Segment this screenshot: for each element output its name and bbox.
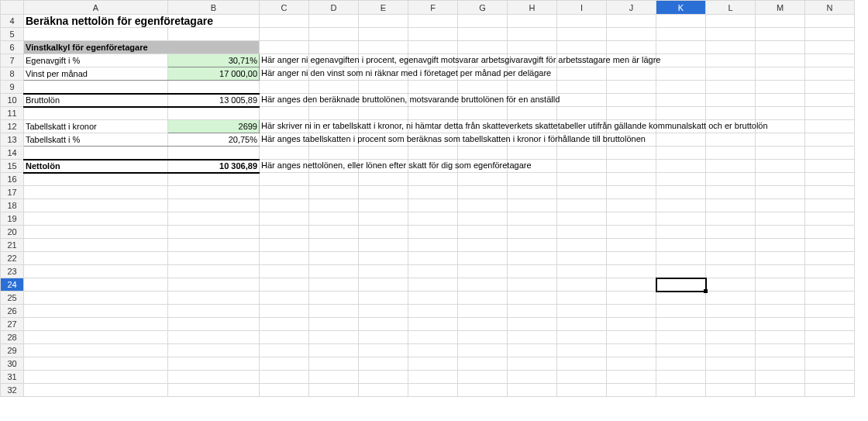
- row-6[interactable]: 6 Vinstkalkyl för egenföretagare: [1, 41, 855, 54]
- row-header-8[interactable]: 8: [1, 67, 24, 81]
- cell-B13[interactable]: 20,75%: [168, 133, 260, 147]
- cell-C12[interactable]: Här skriver ni in er tabellskatt i krono…: [260, 120, 309, 133]
- row-header-32[interactable]: 32: [1, 384, 24, 397]
- row-header-17[interactable]: 17: [1, 186, 24, 199]
- row-header-14[interactable]: 14: [1, 147, 24, 160]
- row-header-12[interactable]: 12: [1, 120, 24, 133]
- row-header-6[interactable]: 6: [1, 41, 24, 54]
- col-header-D[interactable]: D: [309, 1, 359, 15]
- cell-A13[interactable]: Tabellskatt i %: [24, 133, 168, 147]
- cell-C8[interactable]: Här anger ni den vinst som ni räknar med…: [260, 67, 309, 81]
- row-header-27[interactable]: 27: [1, 318, 24, 331]
- row-header-4[interactable]: 4: [1, 15, 24, 28]
- row-8[interactable]: 8 Vinst per månad 17 000,00 Här anger ni…: [1, 67, 855, 81]
- cell-B10[interactable]: 13 005,89: [168, 94, 260, 107]
- cell-A15[interactable]: Nettolön: [24, 160, 168, 173]
- cell-B8[interactable]: 17 000,00: [168, 67, 260, 81]
- row-header-21[interactable]: 21: [1, 239, 24, 252]
- row-header-25[interactable]: 25: [1, 292, 24, 305]
- row-header-20[interactable]: 20: [1, 226, 24, 239]
- row-4[interactable]: 4 Beräkna nettolön för egenföretagare: [1, 15, 855, 28]
- cell-A4-title[interactable]: Beräkna nettolön för egenföretagare: [24, 15, 260, 28]
- row-header-11[interactable]: 11: [1, 107, 24, 120]
- col-header-M[interactable]: M: [756, 1, 805, 15]
- cell-C7[interactable]: Här anger ni egenavgiften i procent, ege…: [260, 54, 309, 67]
- row-header-19[interactable]: 19: [1, 212, 24, 226]
- corner-cell[interactable]: [1, 1, 24, 15]
- cell-B15[interactable]: 10 306,89: [168, 160, 260, 173]
- row-header-16[interactable]: 16: [1, 173, 24, 186]
- row-header-13[interactable]: 13: [1, 133, 24, 147]
- row-header-18[interactable]: 18: [1, 199, 24, 212]
- cell-A6-section[interactable]: Vinstkalkyl för egenföretagare: [24, 41, 260, 54]
- column-header-row: A B C D E F G H I J K L M N: [1, 1, 855, 15]
- row-header-24[interactable]: 24: [1, 278, 24, 292]
- col-header-I[interactable]: I: [557, 1, 607, 15]
- cell-B12[interactable]: 2699: [168, 120, 260, 133]
- col-header-G[interactable]: G: [458, 1, 508, 15]
- col-header-N[interactable]: N: [805, 1, 855, 15]
- col-header-L[interactable]: L: [706, 1, 756, 15]
- row-header-15[interactable]: 15: [1, 160, 24, 173]
- row-header-28[interactable]: 28: [1, 331, 24, 344]
- cell-K24-selected[interactable]: [656, 278, 706, 292]
- cell-C13[interactable]: Här anges tabellskatten i procent som be…: [260, 133, 309, 147]
- col-header-K[interactable]: K: [656, 1, 706, 15]
- row-7[interactable]: 7 Egenavgift i % 30,71% Här anger ni ege…: [1, 54, 855, 67]
- cell-C4[interactable]: [260, 15, 309, 28]
- row-header-7[interactable]: 7: [1, 54, 24, 67]
- row-header-29[interactable]: 29: [1, 344, 24, 357]
- cell-A7[interactable]: Egenavgift i %: [24, 54, 168, 67]
- row-15[interactable]: 15 Nettolön 10 306,89 Här anges nettolön…: [1, 160, 855, 173]
- row-header-31[interactable]: 31: [1, 371, 24, 384]
- cell-B7[interactable]: 30,71%: [168, 54, 260, 67]
- row-header-30[interactable]: 30: [1, 357, 24, 371]
- col-header-E[interactable]: E: [359, 1, 408, 15]
- row-header-5[interactable]: 5: [1, 28, 24, 41]
- grid[interactable]: A B C D E F G H I J K L M N 4 Beräkna ne…: [0, 0, 855, 397]
- col-header-B[interactable]: B: [168, 1, 260, 15]
- col-header-F[interactable]: F: [408, 1, 458, 15]
- row-12[interactable]: 12 Tabellskatt i kronor 2699 Här skriver…: [1, 120, 855, 133]
- col-header-A[interactable]: A: [24, 1, 168, 15]
- cell-A12[interactable]: Tabellskatt i kronor: [24, 120, 168, 133]
- col-header-C[interactable]: C: [260, 1, 309, 15]
- row-header-26[interactable]: 26: [1, 305, 24, 318]
- spreadsheet[interactable]: A B C D E F G H I J K L M N 4 Beräkna ne…: [0, 0, 868, 421]
- row-header-9[interactable]: 9: [1, 81, 24, 94]
- row-24[interactable]: 24: [1, 278, 855, 292]
- row-13[interactable]: 13 Tabellskatt i % 20,75% Här anges tabe…: [1, 133, 855, 147]
- col-header-H[interactable]: H: [508, 1, 557, 15]
- cell-C15[interactable]: Här anges nettolönen, eller lönen efter …: [260, 160, 309, 173]
- cell-A8[interactable]: Vinst per månad: [24, 67, 168, 81]
- cell-C10[interactable]: Här anges den beräknade bruttolönen, mot…: [260, 94, 309, 107]
- cell-A10[interactable]: Bruttolön: [24, 94, 168, 107]
- row-10[interactable]: 10 Bruttolön 13 005,89 Här anges den ber…: [1, 94, 855, 107]
- col-header-J[interactable]: J: [607, 1, 656, 15]
- row-header-22[interactable]: 22: [1, 252, 24, 265]
- row-header-23[interactable]: 23: [1, 265, 24, 278]
- row-header-10[interactable]: 10: [1, 94, 24, 107]
